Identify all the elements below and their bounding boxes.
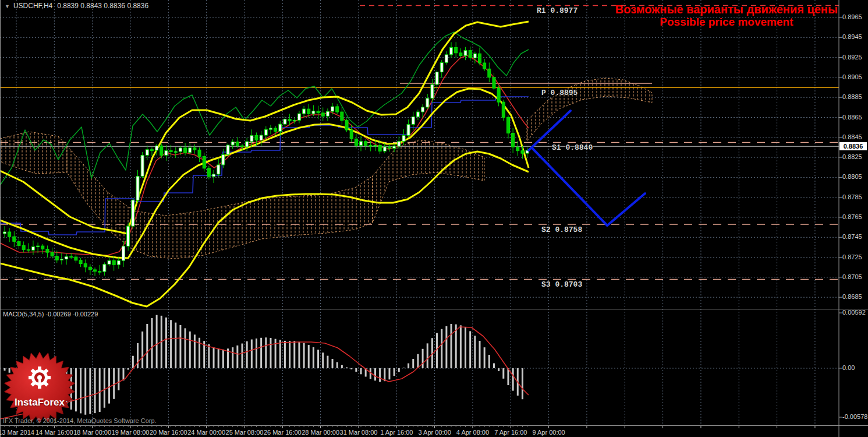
macd-indicator-label: MACD(5,34,5) -0.00269 -0.00229: [3, 311, 98, 318]
macd-axis-label: 0.00592: [842, 309, 866, 316]
pivot-level-label: S1 0.8840: [552, 143, 593, 152]
time-axis-label: 31 Mar 08:00: [340, 429, 378, 436]
time-axis-label: 18 Mar 00:00: [73, 429, 111, 436]
price-axis-label: 0.8925: [842, 54, 862, 61]
time-axis-label: 9 Apr 00:00: [532, 429, 565, 436]
symbol-timeframe-label: USDCHF,H4: [13, 2, 52, 10]
pivot-level-label: R1 0.8977: [537, 6, 578, 15]
price-axis-label: 0.8785: [842, 193, 862, 200]
chart-canvas[interactable]: [0, 0, 868, 437]
time-axis-label: 28 Mar 00:00: [302, 429, 339, 436]
price-axis-label: 0.8685: [842, 293, 862, 300]
time-axis-label: 14 Mar 16:00: [36, 429, 73, 436]
time-axis-label: 25 Mar 08:00: [226, 429, 264, 436]
macd-axis-label: -0.00578: [842, 413, 867, 420]
annotation-english: Possible price movement: [615, 16, 838, 28]
mt4-chart-window: ▼USDCHF,H40.8839 0.8843 0.8836 0.8836 Во…: [0, 0, 868, 437]
instaforex-logo-text: InstaForex: [8, 397, 71, 408]
time-axis-label: 4 Apr 08:00: [456, 429, 489, 436]
time-axis-label: 7 Apr 16:00: [494, 429, 527, 436]
price-axis-label: 0.8805: [842, 173, 862, 180]
chart-title[interactable]: ▼USDCHF,H40.8839 0.8843 0.8836 0.8836: [5, 2, 148, 10]
price-axis-label: 0.8765: [842, 213, 862, 220]
price-axis-label: 0.8745: [842, 233, 862, 240]
price-axis-label: 0.8725: [842, 253, 862, 260]
last-price-box: 0.8836: [839, 142, 867, 150]
price-axis-label: 0.8865: [842, 114, 862, 121]
instaforex-gear-icon: [29, 366, 51, 389]
copyright-label: IFX Trader, © 2001-2014, MetaQuotes Soft…: [3, 417, 157, 424]
time-axis-label: 26 Mar 16:00: [264, 429, 302, 436]
price-axis-label: 0.8845: [842, 133, 862, 140]
symbol-dropdown-icon[interactable]: ▼: [5, 3, 10, 9]
time-axis-label: 24 Mar 00:00: [187, 429, 225, 436]
price-axis-label: 0.8825: [842, 153, 862, 160]
time-axis-label: 3 Apr 00:00: [418, 429, 451, 436]
price-axis-label: 0.8905: [842, 73, 862, 80]
time-axis-label: 13 Mar 2014: [0, 429, 34, 436]
macd-axis-label: 0.00: [842, 364, 855, 371]
analyst-annotation: Возможные варианты движения цены Possibl…: [615, 3, 838, 28]
time-axis-label: 1 Apr 16:00: [380, 429, 413, 436]
pivot-level-label: S3 0.8703: [541, 280, 582, 289]
pivot-level-label: S2 0.8758: [541, 225, 582, 234]
price-axis-label: 0.8705: [842, 273, 862, 280]
annotation-russian: Возможные варианты движения цены: [615, 3, 838, 16]
time-axis-label: 19 Mar 08:00: [112, 429, 150, 436]
time-axis-label: 20 Mar 16:00: [150, 429, 187, 436]
ohlc-quote-label: 0.8839 0.8843 0.8836 0.8836: [57, 2, 148, 10]
price-axis-label: 0.8945: [842, 33, 862, 40]
price-axis-label: 0.8965: [842, 13, 862, 20]
price-axis-label: 0.8885: [842, 93, 862, 100]
pivot-level-label: P 0.8895: [541, 89, 578, 97]
